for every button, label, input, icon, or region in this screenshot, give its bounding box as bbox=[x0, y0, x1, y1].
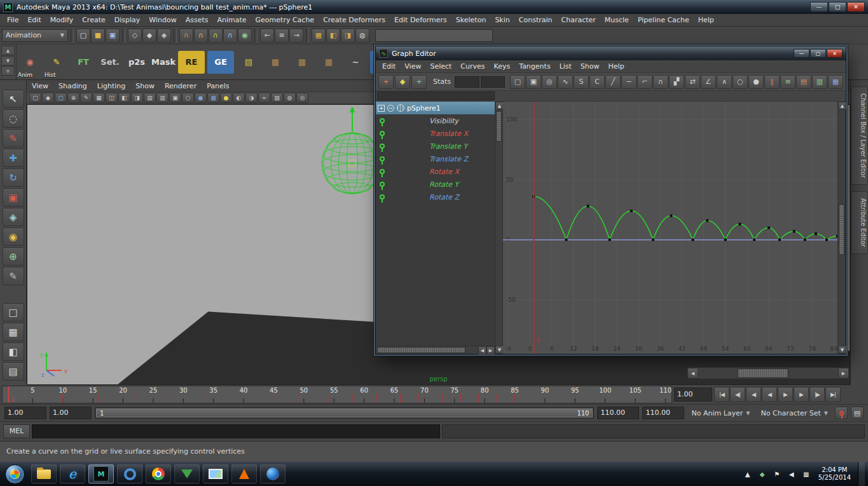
snap-to-curve-icon[interactable]: ∩ bbox=[194, 29, 208, 43]
tray-hidden-icons-button[interactable]: ▲ bbox=[743, 469, 753, 479]
menu-constrain[interactable]: Constrain bbox=[514, 14, 557, 27]
spline-tangent-icon[interactable]: S bbox=[574, 75, 589, 89]
frame-playback-range-icon[interactable]: ▣ bbox=[526, 75, 541, 89]
resolution-gate-icon[interactable]: ◧ bbox=[118, 93, 130, 103]
snap-to-grid-icon[interactable]: ∩ bbox=[179, 29, 193, 43]
panel-menu-view[interactable]: View bbox=[27, 80, 53, 92]
collapse-icon[interactable]: − bbox=[387, 105, 394, 112]
taskbar-explorer-button[interactable] bbox=[31, 464, 57, 483]
shelf-hist-button[interactable]: ✎Hist bbox=[43, 46, 70, 79]
select-tool[interactable]: ↖ bbox=[3, 90, 24, 108]
shelf-menu-button[interactable]: ≡ bbox=[1, 66, 15, 76]
curve-smoothness-icon[interactable]: ▦ bbox=[828, 75, 843, 89]
break-tangents-icon[interactable]: ∠ bbox=[701, 75, 716, 89]
scroll-left-icon[interactable]: ◀ bbox=[478, 346, 486, 354]
shadows-icon[interactable]: ◐ bbox=[233, 93, 245, 103]
universal-manipulator-tool[interactable]: ◈ bbox=[3, 208, 24, 226]
render-current-frame-icon[interactable]: ◧ bbox=[326, 29, 340, 43]
menu-edit-deformers[interactable]: Edit Deformers bbox=[390, 14, 451, 27]
shelf-tab-up-button[interactable]: ▲ bbox=[1, 46, 15, 55]
select-by-object-icon[interactable]: ◆ bbox=[142, 29, 156, 43]
film-gate-icon[interactable]: ◫ bbox=[106, 93, 118, 103]
snap-to-point-icon[interactable]: ∩ bbox=[209, 29, 223, 43]
ge-menu-list[interactable]: List bbox=[555, 60, 576, 73]
menu-set-dropdown[interactable]: Animation ▼ bbox=[2, 29, 68, 42]
isolate-select-icon[interactable]: ◎ bbox=[296, 93, 308, 103]
step-forward-key-button[interactable]: |▶ bbox=[809, 387, 825, 402]
minimize-button[interactable]: — bbox=[810, 2, 828, 12]
swap-buffer-curve-icon[interactable]: ⇄ bbox=[685, 75, 700, 89]
tray-idm-icon[interactable]: ◆ bbox=[757, 469, 768, 479]
anim-layer-dropdown[interactable]: No Anim Layer ▼ bbox=[687, 407, 754, 419]
panel-menu-renderer[interactable]: Renderer bbox=[160, 80, 202, 92]
shelf-anim-button[interactable]: ◉Anim bbox=[17, 46, 43, 79]
make-live-icon[interactable]: ◉ bbox=[238, 29, 252, 43]
ge-menu-help[interactable]: Help bbox=[604, 60, 629, 73]
ge-attr-row-translate-x[interactable]: Translate X bbox=[376, 127, 495, 140]
shelf-ge-button[interactable]: GE bbox=[207, 51, 234, 74]
single-pane-layout-button[interactable]: □ bbox=[3, 303, 24, 321]
paint-select-tool[interactable]: ✎ bbox=[3, 129, 24, 147]
grease-pencil-icon[interactable]: ✎ bbox=[80, 93, 92, 103]
step-back-frame-button[interactable]: ◀ bbox=[746, 387, 761, 402]
select-by-hierarchy-icon[interactable]: ◇ bbox=[128, 29, 142, 43]
menu-create[interactable]: Create bbox=[78, 14, 110, 27]
flat-tangent-icon[interactable]: ─ bbox=[621, 75, 637, 89]
shelf-set-button[interactable]: Set. bbox=[97, 46, 123, 79]
shaded-icon[interactable]: ● bbox=[195, 93, 207, 103]
menu-muscle[interactable]: Muscle bbox=[600, 14, 633, 27]
tab-channel-box-layer-editor[interactable]: Channel Box / Layer Editor bbox=[851, 86, 868, 185]
scroll-down-icon[interactable]: ▼ bbox=[838, 346, 846, 354]
scale-tool[interactable]: ▣ bbox=[3, 188, 24, 206]
ge-attr-row-translate-y[interactable]: Translate Y bbox=[376, 140, 495, 152]
shelf-tab-down-button[interactable]: ▼ bbox=[1, 56, 15, 65]
shelf-ft-button[interactable]: FT bbox=[70, 46, 97, 79]
input-connections-icon[interactable]: ← bbox=[260, 29, 274, 43]
scroll-left-icon[interactable]: ◀ bbox=[687, 368, 698, 379]
stats-value-field[interactable] bbox=[481, 76, 505, 88]
menu-pipeline-cache[interactable]: Pipeline Cache bbox=[633, 14, 694, 27]
ge-menu-edit[interactable]: Edit bbox=[378, 60, 400, 73]
scroll-up-icon[interactable]: ▲ bbox=[838, 102, 846, 110]
graph-canvas-svg[interactable]: -60612182430364248546066727884100500-501 bbox=[503, 102, 837, 354]
panel-menu-panels[interactable]: Panels bbox=[202, 80, 234, 92]
save-scene-icon[interactable]: ▣ bbox=[106, 29, 120, 43]
ge-menu-curves[interactable]: Curves bbox=[456, 60, 489, 73]
shelf-re-button[interactable]: RE bbox=[178, 51, 205, 74]
command-line-language-toggle[interactable]: MEL bbox=[3, 424, 30, 438]
ge-canvas-vscrollbar[interactable]: ▲ ▼ bbox=[837, 102, 846, 354]
shelf-p2s-button[interactable]: p2s bbox=[123, 46, 150, 79]
close-button[interactable]: ✕ bbox=[847, 2, 865, 12]
panel-menu-show[interactable]: Show bbox=[130, 80, 160, 92]
move-nearest-picked-key-icon[interactable]: + bbox=[378, 75, 394, 89]
clamped-tangent-icon[interactable]: C bbox=[589, 75, 605, 89]
frame-all-icon[interactable]: ▢ bbox=[510, 75, 525, 89]
open-dope-sheet-icon[interactable]: ▤ bbox=[796, 75, 811, 89]
taskbar-idm-button[interactable] bbox=[174, 464, 200, 483]
ge-outliner-hscrollbar[interactable]: ◀ ▶ bbox=[376, 346, 495, 354]
go-to-end-button[interactable]: ▶| bbox=[825, 387, 841, 402]
menu-character[interactable]: Character bbox=[557, 14, 600, 27]
go-to-start-button[interactable]: |◀ bbox=[714, 387, 729, 402]
shelf-mask-button[interactable]: Mask bbox=[150, 46, 177, 79]
ge-menu-tangents[interactable]: Tangents bbox=[514, 60, 555, 73]
plateau-tangent-icon[interactable]: ∩ bbox=[653, 75, 668, 89]
auto-tangent-icon[interactable]: ∿ bbox=[558, 75, 573, 89]
time-snap-icon[interactable]: ‖ bbox=[764, 75, 780, 89]
quick-select-input[interactable] bbox=[375, 29, 493, 42]
ge-menu-keys[interactable]: Keys bbox=[490, 60, 515, 73]
panel-menu-lighting[interactable]: Lighting bbox=[92, 80, 130, 92]
xray-icon[interactable]: ◍ bbox=[284, 93, 296, 103]
step-back-key-button[interactable]: ◀| bbox=[730, 387, 745, 402]
lights-icon[interactable]: ● bbox=[220, 93, 232, 103]
free-tangent-weight-icon[interactable]: ○ bbox=[733, 75, 748, 89]
bookmark-icon[interactable]: ◆ bbox=[42, 93, 54, 103]
shelf-box-2-button[interactable]: ▦ bbox=[289, 46, 315, 79]
expand-icon[interactable]: + bbox=[378, 105, 385, 112]
grid-icon[interactable]: ▦ bbox=[93, 93, 105, 103]
step-forward-frame-button[interactable]: ▶ bbox=[794, 387, 809, 402]
show-desktop-button[interactable] bbox=[858, 462, 865, 486]
ge-node-row-psphere1[interactable]: + − pSphere1 bbox=[376, 102, 495, 114]
pane-hscrollbar[interactable]: ◀ ▶ bbox=[687, 367, 850, 379]
taskbar-quicktime-button[interactable] bbox=[117, 464, 142, 483]
